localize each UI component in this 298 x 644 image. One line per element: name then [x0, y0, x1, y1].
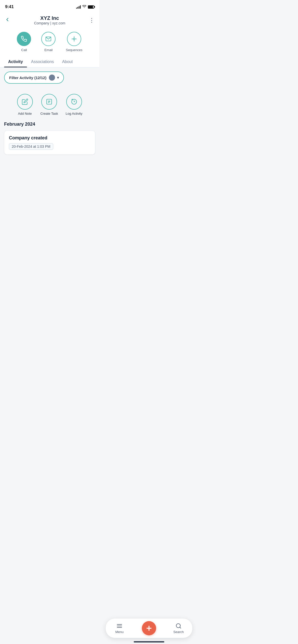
status-icons: [76, 5, 94, 9]
filter-label: Filter Activity (12/12): [9, 76, 46, 80]
quick-actions: Add Note Create Task: [4, 94, 95, 115]
add-note-button[interactable]: Add Note: [17, 94, 33, 115]
email-circle: [41, 32, 56, 46]
header: XYZ Inc Company | xyz.com ⋮: [0, 13, 99, 29]
log-activity-label: Log Activity: [66, 112, 83, 115]
action-call[interactable]: Call: [17, 32, 31, 52]
email-label: Email: [44, 48, 53, 52]
log-activity-circle: [66, 94, 82, 110]
sequences-circle: [67, 32, 81, 46]
status-time: 9:41: [5, 4, 14, 9]
month-heading: February 2024: [4, 122, 95, 127]
wifi-icon: [82, 5, 86, 9]
chevron-down-icon: ▾: [57, 76, 59, 80]
signal-icon: [76, 5, 81, 9]
activity-title: Company created: [9, 135, 90, 141]
action-sequences[interactable]: Sequences: [66, 32, 82, 52]
action-email[interactable]: Email: [41, 32, 56, 52]
tab-about[interactable]: About: [58, 56, 77, 67]
header-center: XYZ Inc Company | xyz.com: [34, 15, 65, 25]
tab-activity[interactable]: Activity: [4, 56, 27, 67]
action-row: Call Email Sequences: [0, 29, 99, 56]
filter-activity-button[interactable]: Filter Activity (12/12) ▾: [4, 71, 64, 84]
create-task-circle: [41, 94, 57, 110]
sequences-label: Sequences: [66, 48, 82, 52]
activity-timestamp: 20-Feb-2024 at 1:03 PM: [9, 143, 53, 150]
call-circle: [17, 32, 31, 46]
add-note-label: Add Note: [18, 112, 32, 115]
tab-associations[interactable]: Associations: [27, 56, 58, 67]
company-name: XYZ Inc: [34, 15, 65, 21]
add-note-circle: [17, 94, 33, 110]
back-button[interactable]: [5, 17, 13, 24]
activity-card: Company created 20-Feb-2024 at 1:03 PM: [4, 130, 95, 155]
tabs: Activity Associations About: [0, 56, 99, 67]
battery-icon: [88, 5, 94, 9]
log-activity-button[interactable]: Log Activity: [66, 94, 83, 115]
create-task-label: Create Task: [40, 112, 58, 115]
create-task-button[interactable]: Create Task: [40, 94, 58, 115]
more-button[interactable]: ⋮: [87, 17, 95, 24]
status-bar: 9:41: [0, 0, 99, 13]
filter-dot: [49, 75, 55, 81]
content-area: Filter Activity (12/12) ▾ Add Note: [0, 67, 99, 159]
call-label: Call: [21, 48, 27, 52]
company-subtitle: Company | xyz.com: [34, 21, 65, 25]
